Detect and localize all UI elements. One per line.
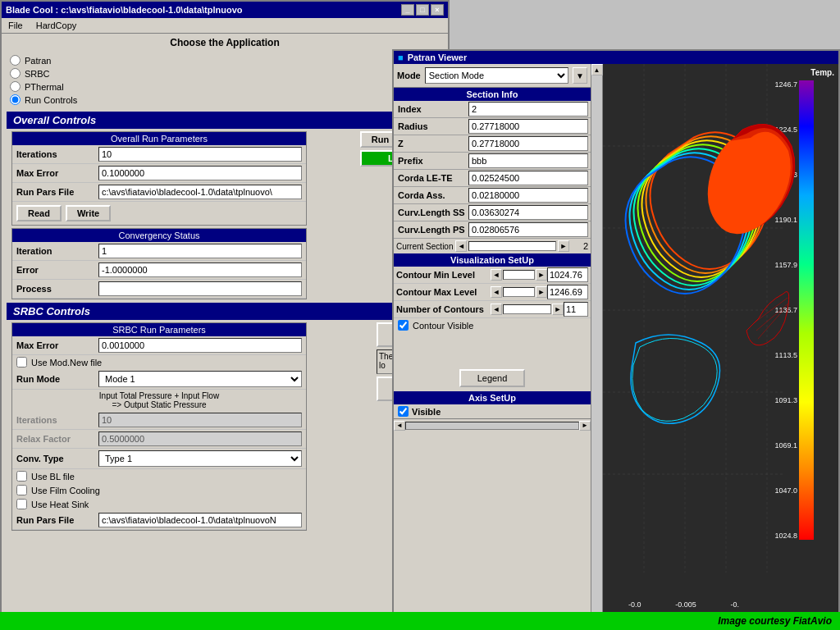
use-film-checkbox[interactable] (16, 485, 27, 495)
maximize-button[interactable]: □ (416, 4, 429, 16)
conv-type-label: Conv. Type (16, 454, 98, 463)
hscroll-right[interactable]: ► (579, 421, 591, 431)
read-button[interactable]: Read (16, 205, 62, 221)
z-input[interactable] (468, 136, 588, 151)
use-mod-checkbox[interactable] (16, 357, 27, 368)
patran-content: Mode Section Mode ▼ Section Info Index R… (394, 64, 838, 625)
patran-titlebar: ■ Patran Viewer (394, 51, 838, 64)
section-prev-arrow[interactable]: ◄ (455, 240, 467, 252)
corda-lete-input[interactable] (468, 171, 588, 185)
corda-ass-input[interactable] (468, 188, 588, 203)
max-error-label: Max Error (16, 168, 98, 178)
menu-hardcopy[interactable]: HardCopy (34, 20, 80, 31)
curv-ps-label: Curv.Length PS (396, 223, 468, 236)
use-mod-label: Use Mod.New file (31, 358, 102, 368)
run-mode-row: Run Mode Mode 1 Mode 2 (12, 369, 306, 390)
run-pars-input[interactable] (98, 185, 302, 199)
radio-run-controls[interactable]: Run Controls (10, 94, 440, 105)
num-contours-left[interactable]: ◄ (491, 304, 502, 315)
corda-ass-label: Corda Ass. (396, 189, 468, 202)
prefix-row: Prefix (394, 153, 591, 170)
mode-select[interactable]: Section Mode (425, 67, 568, 84)
use-film-row: Use Film Cooling (12, 483, 306, 497)
process-row: Process (12, 280, 306, 299)
hscroll-track[interactable] (405, 422, 579, 430)
section-info-header: Section Info (394, 88, 591, 101)
mode-arrow[interactable]: ▼ (573, 67, 587, 84)
corda-ass-row: Corda Ass. (394, 187, 591, 204)
iterations-row: Iterations (12, 145, 306, 164)
num-contours-track[interactable] (503, 304, 551, 314)
run-pars-label: Run Pars File (16, 187, 98, 197)
process-label: Process (16, 284, 98, 294)
max-error-srbc-row: Max Error (12, 336, 306, 355)
legend-button[interactable]: Legend (459, 369, 526, 387)
contour-max-input[interactable] (547, 285, 588, 299)
blade-title: Blade Cool : c:\avs\fiatavio\bladecool-1… (6, 5, 243, 15)
iteration-row: Iteration (12, 242, 306, 261)
contour-max-right[interactable]: ► (536, 286, 547, 298)
blade-cool-window: Blade Cool : c:\avs\fiatavio\bladecool-1… (0, 0, 450, 630)
use-heat-row: Use Heat Sink (12, 497, 306, 511)
prefix-input[interactable] (468, 153, 588, 168)
num-contours-row: Number of Contours ◄ ► (394, 301, 591, 318)
radius-input[interactable] (468, 119, 588, 134)
radio-srbc[interactable]: SRBC (10, 68, 440, 79)
num-contours-right[interactable]: ► (552, 304, 564, 315)
hscroll-left[interactable]: ◄ (394, 421, 405, 431)
iterations-input[interactable] (98, 147, 302, 162)
viz-setup-header: Visualization SetUp (394, 253, 591, 267)
z-label: Z (396, 137, 468, 150)
relax-factor-input (98, 431, 302, 446)
run-mode-select[interactable]: Mode 1 Mode 2 (98, 371, 302, 387)
iteration-input[interactable] (98, 244, 302, 258)
contour-min-right[interactable]: ► (536, 269, 547, 281)
srbc-run-title: SRBC Run Parameters (12, 323, 306, 336)
menu-file[interactable]: File (6, 20, 25, 31)
index-input[interactable] (468, 102, 588, 116)
contour-max-track[interactable] (503, 287, 535, 297)
current-section-label: Current Section (396, 242, 453, 251)
vscroll-track[interactable] (591, 75, 602, 614)
error-input[interactable] (98, 262, 302, 277)
patran-title: Patran Viewer (408, 52, 468, 62)
curv-ps-input[interactable] (468, 222, 588, 237)
max-error-srbc-input[interactable] (98, 338, 302, 353)
svg-line-12 (758, 310, 783, 339)
radio-patran[interactable]: Patran (10, 55, 440, 66)
write-button[interactable]: Write (66, 205, 111, 221)
contour-visible-checkbox[interactable] (398, 320, 409, 331)
vscroll-up[interactable]: ▲ (591, 64, 603, 75)
max-error-srbc-label: Max Error (16, 340, 98, 350)
index-row: Index (394, 101, 591, 118)
svg-line-11 (756, 304, 788, 331)
overall-run-panel: Overall Run Parameters Iterations Max Er… (11, 131, 307, 226)
num-contours-label: Number of Contours (396, 304, 491, 314)
contour-min-left[interactable]: ◄ (491, 269, 502, 281)
axis-visible-label: Visible (412, 407, 441, 417)
radio-pthermal[interactable]: PThermal (10, 81, 440, 92)
relax-factor-label: Relax Factor (16, 434, 98, 444)
curv-ss-input[interactable] (468, 205, 588, 220)
contour-min-input[interactable] (547, 267, 588, 282)
mode-row: Mode Section Mode ▼ (394, 64, 591, 88)
bottom-bar: Image courtesy FiatAvio (0, 612, 840, 630)
section-next-arrow[interactable]: ► (558, 240, 569, 252)
contour-min-track[interactable] (503, 270, 535, 280)
use-bl-checkbox[interactable] (16, 471, 27, 482)
minimize-button[interactable]: _ (401, 4, 414, 16)
contour-max-left[interactable]: ◄ (491, 286, 502, 298)
run-pars-srbc-input[interactable] (98, 513, 302, 527)
corda-lete-label: Corda LE-TE (396, 171, 468, 185)
conv-type-select[interactable]: Type 1 Type 2 (98, 450, 302, 467)
close-button[interactable]: × (431, 4, 444, 16)
axis-visible-checkbox[interactable] (398, 406, 409, 417)
max-error-input[interactable] (98, 166, 302, 180)
use-heat-checkbox[interactable] (16, 499, 27, 509)
num-contours-input[interactable] (564, 302, 588, 317)
section-slider-track[interactable] (468, 241, 556, 251)
index-label: Index (396, 103, 468, 116)
mode-label: Mode (397, 71, 421, 80)
run-pars-srbc-label: Run Pars File (16, 515, 98, 525)
process-input[interactable] (98, 281, 302, 296)
